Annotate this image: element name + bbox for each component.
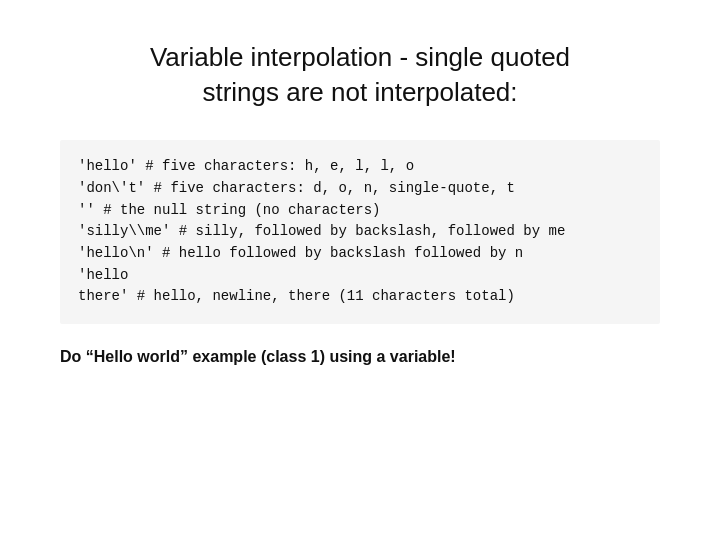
code-block: 'hello' # five characters: h, e, l, l, o…	[60, 140, 660, 324]
main-page: Variable interpolation - single quoted s…	[0, 0, 720, 540]
title-line1: Variable interpolation - single quoted	[150, 42, 570, 72]
slide-title: Variable interpolation - single quoted s…	[60, 40, 660, 110]
title-line2: strings are not interpolated:	[202, 77, 517, 107]
exercise-text: Do “Hello world” example (class 1) using…	[60, 348, 660, 366]
